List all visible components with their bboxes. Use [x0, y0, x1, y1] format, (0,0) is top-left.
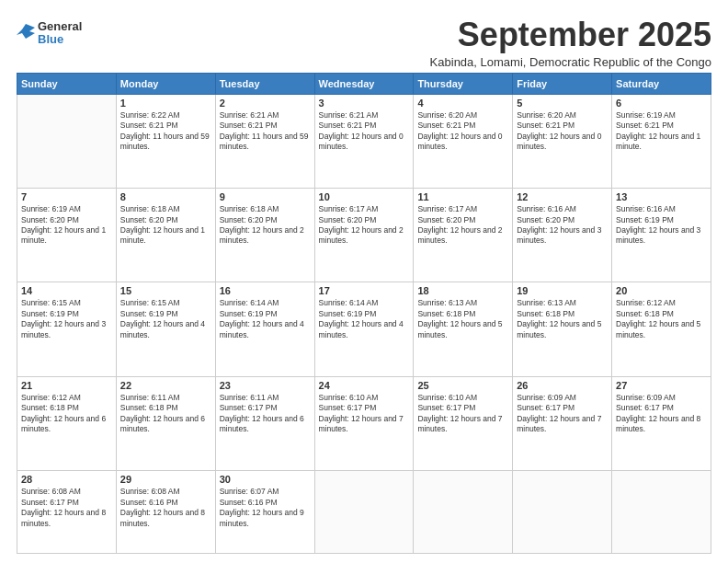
day-info: Sunrise: 6:20 AM Sunset: 6:21 PM Dayligh… — [517, 110, 608, 153]
table-row: 4Sunrise: 6:20 AM Sunset: 6:21 PM Daylig… — [414, 94, 513, 188]
header-monday: Monday — [116, 73, 215, 94]
table-row: 5Sunrise: 6:20 AM Sunset: 6:21 PM Daylig… — [513, 94, 612, 188]
day-info: Sunrise: 6:15 AM Sunset: 6:19 PM Dayligh… — [120, 298, 211, 340]
day-number: 22 — [120, 380, 211, 391]
day-number: 26 — [517, 380, 608, 391]
day-number: 17 — [319, 285, 410, 296]
table-row: 29Sunrise: 6:08 AM Sunset: 6:16 PM Dayli… — [116, 471, 215, 554]
table-row: 13Sunrise: 6:16 AM Sunset: 6:19 PM Dayli… — [612, 189, 711, 282]
header-sunday: Sunday — [17, 73, 117, 94]
page-header: General Blue September 2025 Kabinda, Lom… — [17, 17, 711, 69]
calendar-week-row: 1Sunrise: 6:22 AM Sunset: 6:21 PM Daylig… — [17, 94, 711, 188]
day-info: Sunrise: 6:19 AM Sunset: 6:20 PM Dayligh… — [21, 204, 112, 247]
table-row: 28Sunrise: 6:08 AM Sunset: 6:17 PM Dayli… — [17, 471, 117, 554]
day-info: Sunrise: 6:09 AM Sunset: 6:17 PM Dayligh… — [616, 393, 707, 435]
logo-blue: Blue — [38, 33, 82, 46]
table-row: 24Sunrise: 6:10 AM Sunset: 6:17 PM Dayli… — [314, 376, 414, 470]
day-number: 20 — [616, 285, 707, 296]
day-info: Sunrise: 6:11 AM Sunset: 6:17 PM Dayligh… — [220, 393, 311, 435]
header-wednesday: Wednesday — [314, 73, 414, 94]
day-number: 2 — [220, 98, 311, 109]
day-info: Sunrise: 6:14 AM Sunset: 6:19 PM Dayligh… — [319, 298, 410, 340]
table-row: 23Sunrise: 6:11 AM Sunset: 6:17 PM Dayli… — [215, 376, 314, 470]
table-row: 7Sunrise: 6:19 AM Sunset: 6:20 PM Daylig… — [17, 189, 117, 282]
table-row: 19Sunrise: 6:13 AM Sunset: 6:18 PM Dayli… — [513, 282, 612, 376]
table-row — [414, 471, 513, 554]
day-number: 24 — [319, 380, 410, 391]
table-row: 6Sunrise: 6:19 AM Sunset: 6:21 PM Daylig… — [612, 94, 711, 188]
day-number: 10 — [319, 191, 410, 202]
day-number: 8 — [120, 191, 211, 202]
day-number: 28 — [21, 474, 112, 485]
day-number: 19 — [517, 285, 608, 296]
table-row: 9Sunrise: 6:18 AM Sunset: 6:20 PM Daylig… — [215, 189, 314, 282]
header-thursday: Thursday — [414, 73, 513, 94]
table-row: 25Sunrise: 6:10 AM Sunset: 6:17 PM Dayli… — [414, 376, 513, 470]
day-info: Sunrise: 6:16 AM Sunset: 6:20 PM Dayligh… — [517, 204, 608, 247]
day-info: Sunrise: 6:13 AM Sunset: 6:18 PM Dayligh… — [417, 298, 508, 340]
logo-general: General — [38, 20, 82, 33]
table-row — [513, 471, 612, 554]
day-info: Sunrise: 6:15 AM Sunset: 6:19 PM Dayligh… — [21, 298, 112, 340]
table-row: 22Sunrise: 6:11 AM Sunset: 6:18 PM Dayli… — [116, 376, 215, 470]
day-number: 11 — [417, 191, 508, 202]
day-number: 21 — [21, 380, 112, 391]
calendar-week-row: 14Sunrise: 6:15 AM Sunset: 6:19 PM Dayli… — [17, 282, 711, 376]
day-number: 6 — [616, 98, 707, 109]
month-title: September 2025 — [430, 17, 711, 53]
day-info: Sunrise: 6:11 AM Sunset: 6:18 PM Dayligh… — [120, 393, 211, 435]
day-info: Sunrise: 6:07 AM Sunset: 6:16 PM Dayligh… — [220, 487, 311, 529]
location-subtitle: Kabinda, Lomami, Democratic Republic of … — [430, 55, 711, 69]
table-row — [17, 94, 117, 188]
day-info: Sunrise: 6:08 AM Sunset: 6:17 PM Dayligh… — [21, 487, 112, 529]
calendar-week-row: 28Sunrise: 6:08 AM Sunset: 6:17 PM Dayli… — [17, 471, 711, 554]
day-number: 5 — [517, 98, 608, 109]
table-row: 18Sunrise: 6:13 AM Sunset: 6:18 PM Dayli… — [414, 282, 513, 376]
table-row: 1Sunrise: 6:22 AM Sunset: 6:21 PM Daylig… — [116, 94, 215, 188]
table-row: 8Sunrise: 6:18 AM Sunset: 6:20 PM Daylig… — [116, 189, 215, 282]
table-row: 30Sunrise: 6:07 AM Sunset: 6:16 PM Dayli… — [215, 471, 314, 554]
day-number: 14 — [21, 285, 112, 296]
table-row: 26Sunrise: 6:09 AM Sunset: 6:17 PM Dayli… — [513, 376, 612, 470]
day-info: Sunrise: 6:08 AM Sunset: 6:16 PM Dayligh… — [120, 487, 211, 529]
day-info: Sunrise: 6:18 AM Sunset: 6:20 PM Dayligh… — [220, 204, 311, 247]
header-saturday: Saturday — [612, 73, 711, 94]
day-info: Sunrise: 6:20 AM Sunset: 6:21 PM Dayligh… — [417, 110, 508, 153]
day-info: Sunrise: 6:10 AM Sunset: 6:17 PM Dayligh… — [319, 393, 410, 435]
day-info: Sunrise: 6:22 AM Sunset: 6:21 PM Dayligh… — [120, 110, 211, 153]
day-info: Sunrise: 6:21 AM Sunset: 6:21 PM Dayligh… — [319, 110, 410, 153]
day-info: Sunrise: 6:21 AM Sunset: 6:21 PM Dayligh… — [220, 110, 311, 153]
table-row: 21Sunrise: 6:12 AM Sunset: 6:18 PM Dayli… — [17, 376, 117, 470]
table-row: 16Sunrise: 6:14 AM Sunset: 6:19 PM Dayli… — [215, 282, 314, 376]
table-row: 14Sunrise: 6:15 AM Sunset: 6:19 PM Dayli… — [17, 282, 117, 376]
table-row: 12Sunrise: 6:16 AM Sunset: 6:20 PM Dayli… — [513, 189, 612, 282]
table-row: 2Sunrise: 6:21 AM Sunset: 6:21 PM Daylig… — [215, 94, 314, 188]
logo-bird-icon — [17, 22, 35, 40]
day-info: Sunrise: 6:14 AM Sunset: 6:19 PM Dayligh… — [220, 298, 311, 340]
day-number: 15 — [120, 285, 211, 296]
table-row: 3Sunrise: 6:21 AM Sunset: 6:21 PM Daylig… — [314, 94, 414, 188]
day-number: 3 — [319, 98, 410, 109]
logo: General Blue — [17, 20, 82, 47]
day-info: Sunrise: 6:16 AM Sunset: 6:19 PM Dayligh… — [616, 204, 707, 247]
table-row: 17Sunrise: 6:14 AM Sunset: 6:19 PM Dayli… — [314, 282, 414, 376]
table-row: 20Sunrise: 6:12 AM Sunset: 6:18 PM Dayli… — [612, 282, 711, 376]
day-number: 1 — [120, 98, 211, 109]
day-info: Sunrise: 6:12 AM Sunset: 6:18 PM Dayligh… — [616, 298, 707, 340]
day-number: 13 — [616, 191, 707, 202]
day-info: Sunrise: 6:10 AM Sunset: 6:17 PM Dayligh… — [417, 393, 508, 435]
svg-marker-0 — [17, 24, 35, 39]
day-number: 7 — [21, 191, 112, 202]
day-number: 4 — [417, 98, 508, 109]
table-row — [612, 471, 711, 554]
day-number: 27 — [616, 380, 707, 391]
day-info: Sunrise: 6:19 AM Sunset: 6:21 PM Dayligh… — [616, 110, 707, 153]
day-number: 18 — [417, 285, 508, 296]
calendar-week-row: 7Sunrise: 6:19 AM Sunset: 6:20 PM Daylig… — [17, 189, 711, 282]
table-row: 11Sunrise: 6:17 AM Sunset: 6:20 PM Dayli… — [414, 189, 513, 282]
day-number: 16 — [220, 285, 311, 296]
table-row — [314, 471, 414, 554]
day-info: Sunrise: 6:17 AM Sunset: 6:20 PM Dayligh… — [319, 204, 410, 247]
calendar-table: Sunday Monday Tuesday Wednesday Thursday… — [17, 73, 711, 554]
title-block: September 2025 Kabinda, Lomami, Democrat… — [430, 17, 711, 69]
